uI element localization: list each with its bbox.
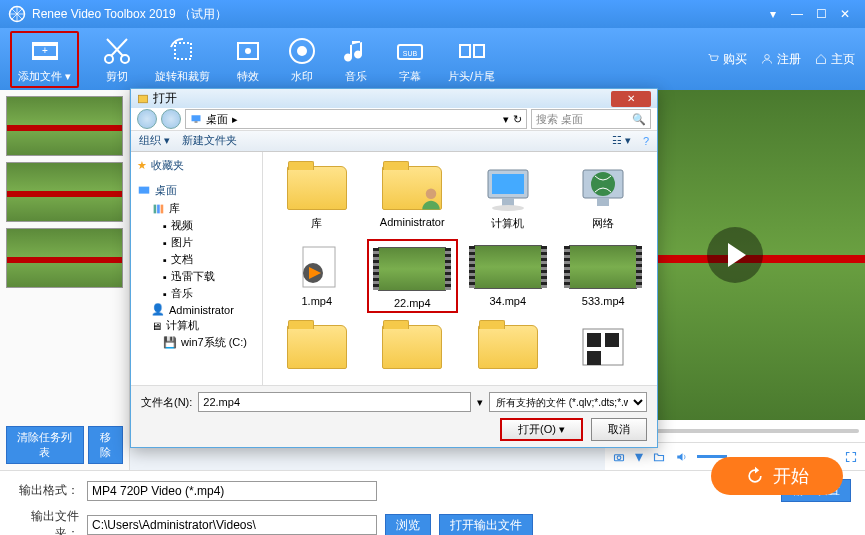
- rotate-crop-icon: [167, 35, 199, 67]
- cancel-button[interactable]: 取消: [591, 418, 647, 441]
- svg-rect-19: [139, 95, 148, 103]
- watermark-button[interactable]: 水印: [286, 35, 318, 84]
- rotate-crop-button[interactable]: 旋转和裁剪: [155, 35, 210, 84]
- video-thumbnail[interactable]: [6, 96, 123, 156]
- file-item-selected[interactable]: 22.mp4: [367, 239, 459, 313]
- file-item[interactable]: 34.mp4: [462, 239, 554, 313]
- folder-icon[interactable]: [653, 451, 665, 463]
- subtitle-button[interactable]: SUB 字幕: [394, 35, 426, 84]
- open-file-dialog: 打开 ✕ 桌面 ▸ ▾ ↻ 搜索 桌面 🔍 组织 ▾ 新建文件夹 ☷ ▾ ? ★…: [130, 88, 658, 448]
- dropdown-icon[interactable]: ▾: [761, 4, 785, 24]
- svg-rect-38: [587, 333, 601, 347]
- start-button[interactable]: 开始: [711, 457, 843, 495]
- filetype-filter[interactable]: 所有支持的文件 (*.qlv;*.dts;*.w: [489, 392, 647, 412]
- organize-menu[interactable]: 组织 ▾: [139, 133, 170, 148]
- minimize-button[interactable]: —: [785, 4, 809, 24]
- add-file-button[interactable]: + 添加文件 ▾: [10, 31, 79, 88]
- new-folder-button[interactable]: 新建文件夹: [182, 133, 237, 148]
- svg-rect-33: [597, 198, 609, 206]
- user-icon: [761, 53, 773, 65]
- nav-back-button[interactable]: [137, 109, 157, 129]
- file-item[interactable]: Administrator: [367, 160, 459, 233]
- camera-icon[interactable]: [613, 451, 625, 463]
- titlebar: Renee Video Toolbox 2019 （试用） ▾ — ☐ ✕: [0, 0, 865, 28]
- view-options-button[interactable]: ☷ ▾: [612, 134, 631, 147]
- home-button[interactable]: 主页: [815, 51, 855, 68]
- file-item[interactable]: [271, 319, 363, 377]
- filename-input[interactable]: [198, 392, 471, 412]
- svg-rect-3: [33, 56, 57, 59]
- svg-rect-22: [139, 186, 150, 193]
- tree-desktop[interactable]: 桌面: [133, 181, 260, 200]
- play-button[interactable]: [707, 227, 763, 283]
- svg-rect-24: [157, 204, 160, 213]
- folder-tree: ★收藏夹 桌面 库 ▪视频 ▪图片 ▪文档 ▪迅雷下载 ▪音乐 👤Adminis…: [131, 152, 263, 385]
- svg-point-30: [492, 205, 524, 211]
- svg-rect-15: [474, 45, 484, 57]
- tree-computer[interactable]: 🖥计算机: [133, 317, 260, 334]
- tree-documents[interactable]: ▪文档: [133, 251, 260, 268]
- folder-label: 输出文件夹：: [14, 508, 79, 535]
- file-item[interactable]: 533.mp4: [558, 239, 650, 313]
- remove-button[interactable]: 移除: [88, 426, 123, 464]
- svg-rect-21: [195, 121, 198, 123]
- video-thumbnail[interactable]: [6, 162, 123, 222]
- svg-text:SUB: SUB: [403, 50, 418, 57]
- tree-library[interactable]: 库: [133, 200, 260, 217]
- register-button[interactable]: 注册: [761, 51, 801, 68]
- svg-rect-20: [192, 115, 201, 121]
- tree-downloads[interactable]: ▪迅雷下载: [133, 268, 260, 285]
- nav-forward-button[interactable]: [161, 109, 181, 129]
- close-button[interactable]: ✕: [833, 4, 857, 24]
- effects-icon: [232, 35, 264, 67]
- refresh-icon[interactable]: ↻: [513, 113, 522, 126]
- file-item[interactable]: [558, 319, 650, 377]
- tree-music[interactable]: ▪音乐: [133, 285, 260, 302]
- open-button[interactable]: 打开(O) ▾: [500, 418, 583, 441]
- music-button[interactable]: 音乐: [340, 35, 372, 84]
- file-item[interactable]: 1.mp4: [271, 239, 363, 313]
- browse-button[interactable]: 浏览: [385, 514, 431, 536]
- open-output-folder-button[interactable]: 打开输出文件: [439, 514, 533, 536]
- tree-pictures[interactable]: ▪图片: [133, 234, 260, 251]
- format-combo[interactable]: [87, 481, 377, 501]
- file-item[interactable]: 网络: [558, 160, 650, 233]
- video-thumbnail[interactable]: [6, 228, 123, 288]
- tree-admin[interactable]: 👤Administrator: [133, 302, 260, 317]
- file-item[interactable]: [367, 319, 459, 377]
- search-input[interactable]: 搜索 桌面 🔍: [531, 109, 651, 129]
- cut-button[interactable]: 剪切: [101, 35, 133, 84]
- intro-outro-button[interactable]: 片头/片尾: [448, 35, 495, 84]
- file-item[interactable]: 库: [271, 160, 363, 233]
- search-icon: 🔍: [632, 113, 646, 126]
- breadcrumb[interactable]: 桌面 ▸ ▾ ↻: [185, 109, 527, 129]
- output-folder-input[interactable]: [87, 515, 377, 535]
- scissors-icon: [101, 35, 133, 67]
- filename-label: 文件名(N):: [141, 395, 192, 410]
- tree-win7[interactable]: 💾win7系统 (C:): [133, 334, 260, 351]
- effects-button[interactable]: 特效: [232, 35, 264, 84]
- music-icon: [340, 35, 372, 67]
- volume-icon[interactable]: [675, 451, 687, 463]
- tree-favorites[interactable]: ★收藏夹: [133, 156, 260, 175]
- help-button[interactable]: ?: [643, 135, 649, 147]
- tree-videos[interactable]: ▪视频: [133, 217, 260, 234]
- file-item[interactable]: 计算机: [462, 160, 554, 233]
- app-logo-icon: [8, 5, 26, 23]
- fullscreen-icon[interactable]: [845, 451, 857, 463]
- dialog-close-button[interactable]: ✕: [611, 91, 651, 107]
- buy-button[interactable]: 购买: [707, 51, 747, 68]
- subtitle-icon: SUB: [394, 35, 426, 67]
- svg-rect-25: [161, 204, 164, 213]
- clear-tasks-button[interactable]: 清除任务列表: [6, 426, 84, 464]
- desktop-icon: [190, 113, 202, 125]
- file-item[interactable]: [462, 319, 554, 377]
- watermark-icon: [286, 35, 318, 67]
- toolbar: + 添加文件 ▾ 剪切 旋转和裁剪 特效 水印 音乐 SUB 字幕 片头/片尾 …: [0, 28, 865, 90]
- svg-point-11: [297, 46, 307, 56]
- maximize-button[interactable]: ☐: [809, 4, 833, 24]
- svg-rect-23: [154, 204, 157, 213]
- breadcrumb-dropdown-icon[interactable]: ▾: [503, 113, 509, 126]
- dialog-icon: [137, 93, 149, 105]
- intro-outro-icon: [456, 35, 488, 67]
